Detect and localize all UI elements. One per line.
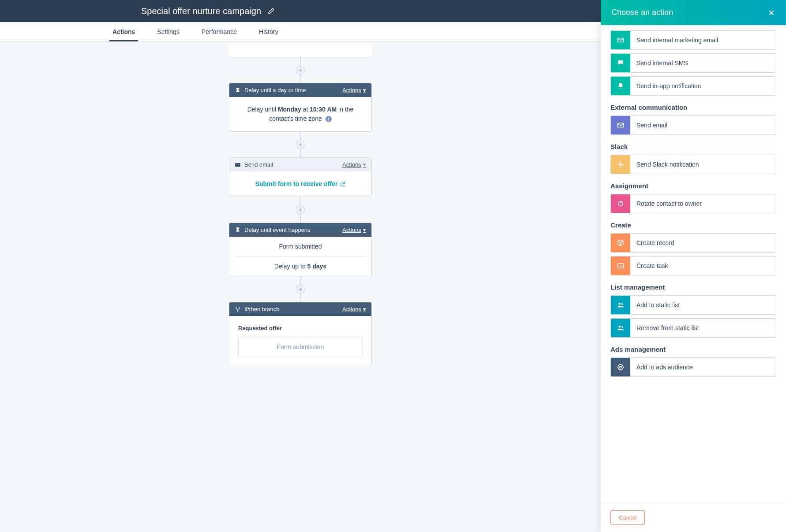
action-label: Send internal marketing email [630,37,724,42]
tab-performance[interactable]: Performance [191,22,248,41]
tab-history[interactable]: History [248,22,289,41]
tab-label: Actions [112,28,135,35]
workflow-title: Special offer nurture campaign [141,6,261,16]
tab-label: Settings [157,28,180,35]
tab-label: History [259,28,278,35]
tab-actions[interactable]: Actions [101,22,146,41]
mail-icon [611,31,630,42]
close-icon[interactable] [767,9,775,17]
action-item[interactable]: Send internal marketing email [610,30,776,42]
panel-body[interactable]: Send internal marketing emailSend intern… [601,25,786,42]
panel-title: Choose an action [611,8,673,17]
tab-settings[interactable]: Settings [146,22,191,41]
tab-label: Performance [202,28,237,35]
action-chooser-panel: Choose an action Send internal marketing… [601,0,786,42]
panel-header: Choose an action [601,0,786,25]
edit-icon[interactable] [268,7,275,15]
